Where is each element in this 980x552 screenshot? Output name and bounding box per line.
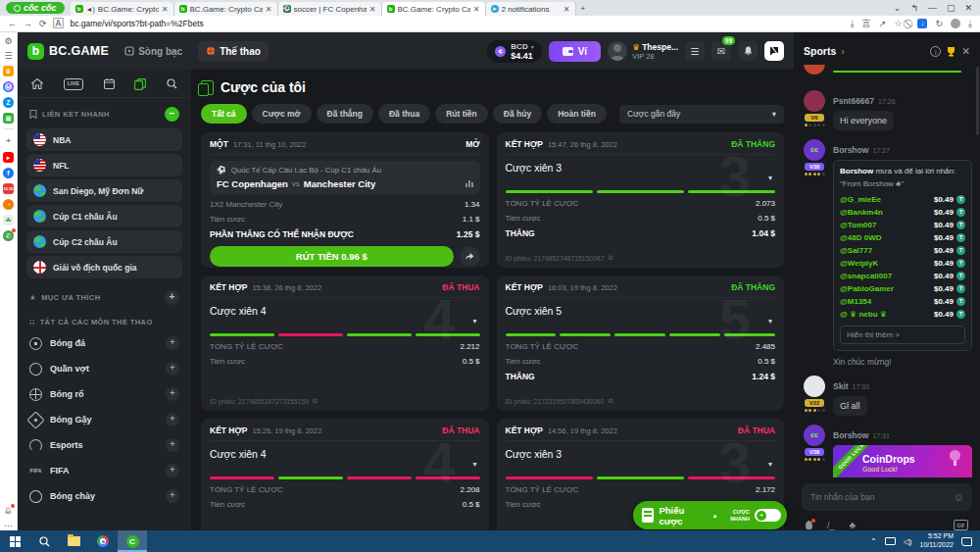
tab-close-icon[interactable]: ✕ xyxy=(369,5,376,14)
zalo-icon[interactable]: Z xyxy=(3,97,14,108)
messenger-icon[interactable]: Ⓜ xyxy=(3,81,14,92)
collapse-quick-links-button[interactable]: − xyxy=(165,107,179,122)
filter-all[interactable]: Tất cả xyxy=(201,104,247,124)
reload-icon[interactable]: ⟳ xyxy=(39,19,47,28)
settings-gear-icon[interactable]: ⚙ xyxy=(4,36,12,46)
clock-app-icon[interactable]: ◔ xyxy=(3,199,14,210)
tip-recipient[interactable]: @snapcall007 xyxy=(840,272,892,280)
bet-card-combo[interactable]: KẾT HỢP15:26, 19 thg 8, 2022 ĐÃ THUA 4 C… xyxy=(201,419,489,530)
more-icon[interactable]: ⋯ xyxy=(4,521,13,530)
filter-refund[interactable]: Hoàn tiền xyxy=(547,104,607,124)
expand-plus-icon[interactable]: + xyxy=(166,336,179,350)
tip-recipient[interactable]: @ ♛ nebu ♛ xyxy=(840,310,887,319)
copy-icon[interactable]: ⧉ xyxy=(313,397,318,405)
action-center-icon[interactable] xyxy=(961,537,972,546)
tray-expand-icon[interactable]: ⌃ xyxy=(870,537,877,546)
tab-close-icon[interactable]: ✕ xyxy=(266,5,272,14)
expand-caret-icon[interactable]: ▾ xyxy=(768,460,772,469)
wallet-button[interactable]: Ví xyxy=(549,41,601,62)
youtube-icon[interactable]: ▸ xyxy=(3,152,14,163)
calendar-icon[interactable] xyxy=(104,78,115,90)
translate-icon[interactable]: 言 xyxy=(862,18,871,30)
profile-avatar[interactable] xyxy=(951,19,960,28)
filter-cashout[interactable]: Rút tiền xyxy=(435,104,488,124)
save-page-icon[interactable]: ⤓ xyxy=(851,19,855,29)
chat-close-icon[interactable]: ✕ xyxy=(961,45,970,57)
quick-bet-toggle[interactable] xyxy=(755,509,781,522)
my-bets-icon-active[interactable] xyxy=(134,78,146,90)
volume-icon[interactable]: ◁) xyxy=(904,537,912,546)
network-icon[interactable] xyxy=(885,537,896,545)
new-tab-button[interactable]: + xyxy=(581,4,586,13)
expand-plus-icon[interactable]: + xyxy=(166,464,179,477)
chat-message-input[interactable] xyxy=(802,483,972,511)
user-avatar[interactable]: cc xyxy=(804,425,825,446)
sidebar-item-nba[interactable]: NBA xyxy=(26,128,182,151)
search-icon[interactable] xyxy=(167,78,177,90)
minimize-button[interactable]: — xyxy=(928,3,937,13)
browser-tab-2[interactable]: bBC.Game: Crypto Casino Ga✕ xyxy=(174,2,278,16)
sync-icon[interactable]: ↻ xyxy=(935,19,943,28)
tab-close-icon[interactable]: ✕ xyxy=(473,5,480,14)
live-icon[interactable]: LIVE xyxy=(64,78,83,90)
tip-recipient[interactable]: @Tom007 xyxy=(840,221,876,229)
filter-open[interactable]: Cược mở xyxy=(252,104,312,124)
feed-icon[interactable]: ☰ xyxy=(4,51,12,61)
chat-username[interactable]: Borshow xyxy=(833,145,868,155)
chevron-right-icon[interactable]: › xyxy=(841,45,845,57)
tip-recipient[interactable]: @Bankm4n xyxy=(840,208,883,217)
tab-search-icon[interactable]: ⌄ xyxy=(894,3,902,13)
user-avatar[interactable] xyxy=(804,90,825,112)
tip-recipient[interactable]: @G_mieEe xyxy=(840,195,881,204)
expand-plus-icon[interactable]: + xyxy=(166,362,179,376)
start-button[interactable] xyxy=(0,530,29,552)
emoji-icon[interactable]: ☺ xyxy=(954,491,964,503)
sidebar-item-national-league[interactable]: Giải vô địch quốc gia xyxy=(26,256,182,278)
sidebar-toggle-icon[interactable]: ↰ xyxy=(910,3,918,13)
forward-icon[interactable]: → xyxy=(24,19,32,28)
copy-icon[interactable]: ⧉ xyxy=(608,254,612,262)
share-bet-icon[interactable] xyxy=(460,246,480,267)
sidebar-sport-fifa[interactable]: FIFAFIFA+ xyxy=(18,458,191,483)
chat-username[interactable]: Borshow xyxy=(833,430,868,440)
expand-caret-icon[interactable]: ▾ xyxy=(472,460,476,469)
add-favorite-button[interactable]: + xyxy=(165,290,179,305)
crown-rewards-icon[interactable]: ♛ xyxy=(3,66,14,76)
tab-audio-icon[interactable]: ◄) xyxy=(86,6,95,13)
maximize-button[interactable]: ▢ xyxy=(947,3,956,13)
trophy-icon[interactable] xyxy=(946,46,956,57)
site-security-icon[interactable]: 🄰 xyxy=(54,19,64,29)
user-avatar[interactable]: cc xyxy=(804,139,825,161)
inbox-icon[interactable]: ✉99 xyxy=(711,41,731,61)
filter-won[interactable]: Đã thắng xyxy=(317,104,373,124)
bell-icon[interactable] xyxy=(738,41,758,61)
chat-toggle-icon[interactable] xyxy=(764,41,784,61)
back-icon[interactable]: ← xyxy=(8,19,17,28)
tip-recipient[interactable]: @Sal777 xyxy=(840,246,872,255)
bookmark-star-icon[interactable]: ☆ xyxy=(894,19,902,28)
chat-app-icon[interactable]: ✆ xyxy=(3,230,14,241)
download-manager-icon[interactable]: ↓ xyxy=(917,19,927,28)
show-more-button[interactable]: Hiển thị thêm > xyxy=(840,326,965,344)
expand-plus-icon[interactable]: + xyxy=(166,387,179,401)
browser-tab-1[interactable]: b◄)BC.Game: Crypto Casino✕ xyxy=(71,2,174,16)
clover-rules-icon[interactable]: ♣ xyxy=(850,520,857,530)
bet-card-single[interactable]: MỘT17:31, 11 thg 10, 2022 MỞ ⚽Quốc Tế Cấ… xyxy=(201,132,489,268)
balance-selector[interactable]: ¢ BCD▾ $4.41 xyxy=(487,40,541,63)
sort-dropdown[interactable]: Cược gần đây▾ xyxy=(619,105,784,124)
gif-icon[interactable]: GIF xyxy=(954,520,968,530)
tip-rain-icon[interactable] xyxy=(806,521,812,529)
browser-tab-3[interactable]: ⚽soccer | FC Copenhagen vs M✕ xyxy=(278,2,382,16)
add-shortcut-icon[interactable]: ＋ xyxy=(4,134,13,147)
bet-card-combo[interactable]: KẾT HỢP15:38, 26 thg 8, 2022 ĐÃ THUA 4 C… xyxy=(201,276,489,411)
url-text[interactable]: bc.game/vi/sports?bt-path=%2Fbets xyxy=(70,19,203,28)
close-button[interactable]: ✕ xyxy=(964,3,972,13)
tip-recipient[interactable]: @48D 0WD xyxy=(840,233,881,242)
browser-tab-5[interactable]: ➤2 notifications✕ xyxy=(486,2,576,16)
filter-lost[interactable]: Đã thua xyxy=(378,104,430,124)
coccoc-logo[interactable]: cốc cốc xyxy=(6,2,65,14)
bell-notifications-icon[interactable]: 🕭 xyxy=(4,506,13,516)
filter-cancelled[interactable]: Đã hủy xyxy=(493,104,542,124)
taskbar-search-icon[interactable] xyxy=(29,530,59,552)
sidebar-sport-basketball[interactable]: Bóng rổ+ xyxy=(18,381,191,407)
